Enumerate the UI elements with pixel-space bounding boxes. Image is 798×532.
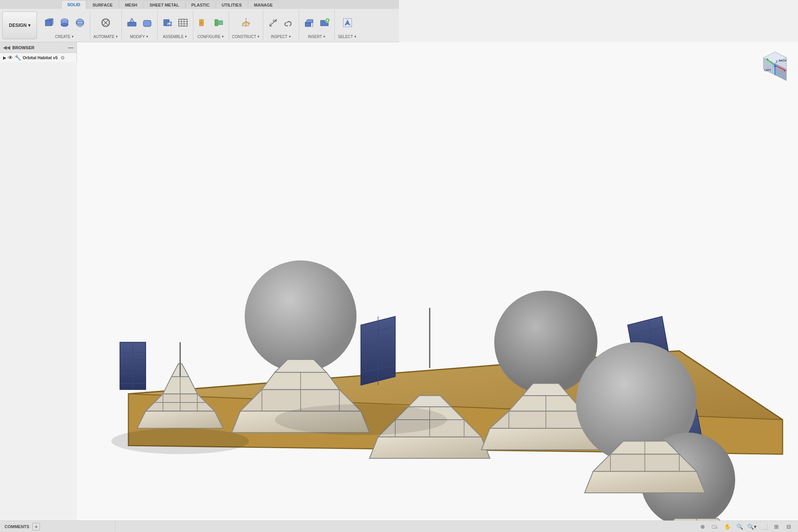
insert-label[interactable]: INSERT ▼ [308, 35, 326, 39]
automate-icons [99, 12, 113, 33]
svg-rect-17 [128, 22, 136, 26]
create-sphere-icon[interactable] [73, 16, 87, 30]
inspect-link-icon[interactable] [282, 16, 296, 30]
toolbar: SOLID SURFACE MESH SHEET METAL PLASTIC U… [0, 0, 399, 42]
automate-chevron: ▼ [115, 35, 118, 38]
construct-label[interactable]: CONSTRUCT ▼ [232, 35, 260, 39]
tab-plastic[interactable]: PLASTIC [186, 0, 215, 9]
insert-chevron: ▼ [323, 35, 326, 38]
tab-utilities[interactable]: UTILITIES [216, 0, 248, 9]
insert-derive-icon[interactable] [302, 16, 316, 30]
toolbar-section-inspect: INSPECT ▼ [263, 10, 299, 40]
svg-rect-24 [179, 19, 187, 26]
modify-press-pull-icon[interactable] [125, 16, 139, 30]
project-name: Orbital Habitat v5 [23, 55, 58, 60]
target-icon: ⊙ [61, 55, 65, 60]
construct-icons [239, 12, 253, 33]
browser-collapse-icon[interactable]: ◀◀ [3, 45, 10, 50]
svg-point-74 [245, 261, 357, 266]
svg-rect-19 [143, 20, 151, 27]
toolbar-body: DESIGN ▾ [0, 9, 399, 42]
configure-icon1[interactable] [196, 16, 210, 30]
inspect-label[interactable]: INSPECT ▼ [271, 35, 291, 39]
inspect-icons [266, 12, 296, 33]
svg-marker-18 [130, 18, 134, 22]
toolbar-section-assemble: ASSEMBLE ▼ [158, 10, 193, 40]
toolbar-section-construct: CONSTRUCT ▼ [229, 10, 264, 40]
configure-label[interactable]: CONFIGURE ▼ [198, 35, 224, 39]
create-label[interactable]: CREATE ▼ [55, 35, 74, 39]
tab-solid[interactable]: SOLID [62, 0, 86, 9]
construct-plane-icon[interactable] [239, 16, 253, 30]
browser-title: BROWSER [12, 45, 34, 50]
modify-chevron: ▼ [146, 35, 149, 38]
svg-rect-0 [45, 20, 52, 26]
viewport[interactable]: BACK LEFT Z [77, 42, 399, 266]
inspect-measure-icon[interactable] [266, 16, 280, 30]
svg-rect-32 [215, 20, 218, 26]
select-chevron: ▼ [354, 35, 357, 38]
browser-minimize-icon[interactable]: — [68, 45, 73, 51]
create-cylinder-icon[interactable] [58, 16, 71, 30]
svg-point-14 [101, 22, 103, 23]
modify-icons [125, 12, 154, 33]
assemble-table-icon[interactable] [176, 16, 190, 30]
svg-rect-44 [305, 23, 311, 27]
toolbar-tab-row: SOLID SURFACE MESH SHEET METAL PLASTIC U… [0, 0, 399, 9]
assemble-label[interactable]: ASSEMBLE ▼ [163, 35, 188, 39]
tab-mesh[interactable]: MESH [119, 0, 143, 9]
viewport-canvas: BACK LEFT Z [77, 42, 399, 266]
automate-label[interactable]: AUTOMATE ▼ [93, 35, 118, 39]
construct-chevron: ▼ [257, 35, 260, 38]
svg-point-13 [105, 25, 106, 27]
toolbar-section-create: CREATE ▼ [39, 10, 90, 40]
inspect-chevron: ▼ [288, 35, 291, 38]
toolbar-section-select: SELECT ▼ [335, 10, 360, 40]
browser-header: ◀◀ BROWSER — [0, 42, 76, 53]
3d-scene [77, 42, 399, 266]
insert-plus-icon[interactable] [318, 16, 331, 30]
component-icon: 🔧 [15, 55, 21, 61]
svg-marker-37 [242, 23, 250, 26]
configure-chevron: ▼ [221, 35, 224, 38]
tab-manage[interactable]: MANAGE [248, 0, 279, 9]
tab-surface[interactable]: SURFACE [87, 0, 119, 9]
svg-point-11 [105, 18, 106, 20]
configure-icon2[interactable] [212, 16, 226, 30]
create-icons [42, 12, 87, 33]
modify-label[interactable]: MODIFY ▼ [130, 35, 149, 39]
select-label[interactable]: SELECT ▼ [338, 35, 357, 39]
svg-point-12 [108, 22, 110, 23]
toolbar-section-modify: MODIFY ▼ [122, 10, 158, 40]
eye-icon[interactable]: 👁 [8, 55, 13, 61]
modify-fillet-icon[interactable] [140, 16, 154, 30]
tab-sheet-metal[interactable]: SHEET METAL [144, 0, 185, 9]
svg-marker-55 [344, 20, 351, 26]
insert-icons [302, 12, 331, 33]
assemble-new-component-icon[interactable] [161, 16, 175, 30]
create-box-icon[interactable] [42, 16, 56, 30]
toolbar-section-configure: CONFIGURE ▼ [193, 10, 229, 40]
create-chevron: ▼ [71, 35, 74, 38]
toolbar-section-insert: INSERT ▼ [299, 10, 335, 40]
toolbar-section-automate: AUTOMATE ▼ [90, 10, 122, 40]
browser-panel: ◀◀ BROWSER — ▶ 👁 🔧 Orbital Habitat v5 ⊙ [0, 42, 77, 62]
select-arrow-icon[interactable] [341, 16, 354, 30]
assemble-icons [161, 12, 190, 33]
automate-icon[interactable] [99, 16, 113, 30]
svg-rect-33 [219, 21, 223, 25]
design-button[interactable]: DESIGN ▾ [2, 12, 37, 39]
assemble-chevron: ▼ [185, 35, 188, 38]
browser-project-row[interactable]: ▶ 👁 🔧 Orbital Habitat v5 ⊙ [0, 53, 76, 62]
configure-icons [196, 12, 226, 33]
select-icons [341, 12, 354, 33]
svg-point-8 [76, 19, 84, 27]
expand-icon: ▶ [3, 55, 6, 60]
svg-point-5 [61, 23, 68, 27]
